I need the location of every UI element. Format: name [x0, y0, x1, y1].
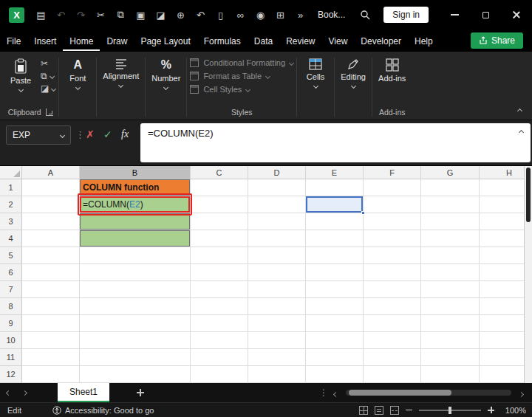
cell-E6[interactable] — [306, 264, 364, 281]
cut-icon[interactable]: ✂ — [91, 10, 111, 21]
cell-styles-button[interactable]: Cell Styles — [190, 85, 293, 94]
cell-G12[interactable] — [421, 366, 480, 383]
copy-icon[interactable]: ⧉ — [111, 9, 131, 21]
cell-C1[interactable] — [191, 179, 248, 196]
add-sheet-button[interactable] — [133, 385, 148, 400]
column-header-G[interactable]: G — [421, 166, 480, 179]
cell-F3[interactable] — [364, 213, 421, 230]
document-icon[interactable]: ▯ — [211, 10, 231, 21]
cell-F2[interactable] — [364, 196, 421, 213]
redo-icon[interactable]: ↷ — [71, 10, 91, 21]
accessibility-checker[interactable]: Accessibility: Good to go — [52, 406, 154, 415]
cell-D3[interactable] — [248, 213, 306, 230]
cell-F1[interactable] — [364, 179, 421, 196]
row-header-9[interactable]: 9 — [0, 315, 22, 332]
cell-B7[interactable] — [80, 281, 191, 298]
cell-B8[interactable] — [80, 298, 191, 315]
search-button[interactable] — [354, 10, 376, 20]
sign-in-button[interactable]: Sign in — [383, 7, 429, 23]
cell-C6[interactable] — [191, 264, 248, 281]
cell-C9[interactable] — [191, 315, 248, 332]
cell-C5[interactable] — [191, 247, 248, 264]
number-button[interactable]: % Number — [149, 55, 183, 91]
cell-F8[interactable] — [364, 298, 421, 315]
cell-A10[interactable] — [22, 332, 80, 349]
undo-icon[interactable]: ↶ — [51, 10, 71, 21]
cell-B4[interactable] — [80, 230, 191, 247]
cell-A8[interactable] — [22, 298, 80, 315]
cells-button[interactable]: Cells — [300, 55, 331, 89]
cell-G1[interactable] — [421, 179, 480, 196]
conditional-formatting-button[interactable]: Conditional Formatting — [190, 58, 293, 67]
cell-G8[interactable] — [421, 298, 480, 315]
cell-G11[interactable] — [421, 349, 480, 366]
undo-history-icon[interactable]: ↶ — [191, 10, 211, 21]
cell-A11[interactable] — [22, 349, 80, 366]
cell-G6[interactable] — [421, 264, 480, 281]
fill-handle[interactable] — [361, 211, 365, 215]
menu-page-layout[interactable]: Page Layout — [134, 31, 197, 51]
sheet-tab-sheet1[interactable]: Sheet1 — [58, 383, 109, 402]
more-commands-icon[interactable]: » — [290, 10, 310, 21]
dialog-launcher-icon[interactable] — [46, 108, 53, 116]
previous-sheet-icon[interactable] — [0, 391, 16, 395]
cell-D8[interactable] — [248, 298, 306, 315]
menu-view[interactable]: View — [322, 31, 355, 51]
cell-C3[interactable] — [191, 213, 248, 230]
menu-data[interactable]: Data — [248, 31, 279, 51]
collapse-formula-bar-icon[interactable] — [519, 130, 524, 135]
cell-A5[interactable] — [22, 247, 80, 264]
row-header-2[interactable]: 2 — [0, 196, 22, 213]
row-header-5[interactable]: 5 — [0, 247, 22, 264]
cell-B3[interactable] — [80, 213, 191, 230]
cell-G10[interactable] — [421, 332, 480, 349]
cell-F12[interactable] — [364, 366, 421, 383]
cell-D7[interactable] — [248, 281, 306, 298]
select-all-corner[interactable] — [0, 166, 22, 179]
cell-F7[interactable] — [364, 281, 421, 298]
spelling-icon[interactable]: ⊕ — [171, 10, 191, 21]
row-header-1[interactable]: 1 — [0, 179, 22, 196]
cell-A6[interactable] — [22, 264, 80, 281]
cell-E7[interactable] — [306, 281, 364, 298]
insert-function-icon[interactable]: fx — [121, 128, 129, 140]
enter-icon[interactable]: ✓ — [103, 128, 112, 140]
copy-button[interactable]: ⧉ — [41, 72, 55, 80]
row-header-3[interactable]: 3 — [0, 213, 22, 230]
scroll-right-icon[interactable] — [519, 386, 523, 399]
cell-G5[interactable] — [421, 247, 480, 264]
cell-F9[interactable] — [364, 315, 421, 332]
menu-insert[interactable]: Insert — [27, 31, 63, 51]
formula-bar-drag-handle[interactable]: ⋮ — [75, 129, 85, 140]
cell-A4[interactable] — [22, 230, 80, 247]
cell-A7[interactable] — [22, 281, 80, 298]
cell-D1[interactable] — [248, 179, 306, 196]
next-sheet-icon[interactable] — [16, 391, 33, 395]
cell-D5[interactable] — [248, 247, 306, 264]
format-painter-icon[interactable]: ◪ — [151, 10, 171, 21]
row-header-4[interactable]: 4 — [0, 230, 22, 247]
cell-B6[interactable] — [80, 264, 191, 281]
menu-draw[interactable]: Draw — [100, 31, 134, 51]
normal-view-icon[interactable] — [359, 406, 368, 415]
column-header-B[interactable]: B — [80, 166, 191, 179]
menu-help[interactable]: Help — [408, 31, 440, 51]
cell-D9[interactable] — [248, 315, 306, 332]
cell-C7[interactable] — [191, 281, 248, 298]
row-header-10[interactable]: 10 — [0, 332, 22, 349]
cell-B11[interactable] — [80, 349, 191, 366]
cell-C8[interactable] — [191, 298, 248, 315]
cell-D6[interactable] — [248, 264, 306, 281]
menu-developer[interactable]: Developer — [354, 31, 408, 51]
cell-F4[interactable] — [364, 230, 421, 247]
row-header-7[interactable]: 7 — [0, 281, 22, 298]
paste-button[interactable]: Paste — [5, 55, 36, 93]
cell-G2[interactable] — [421, 196, 480, 213]
cell-F6[interactable] — [364, 264, 421, 281]
row-header-6[interactable]: 6 — [0, 264, 22, 281]
row-header-12[interactable]: 12 — [0, 366, 22, 383]
cell-C10[interactable] — [191, 332, 248, 349]
zoom-slider[interactable] — [419, 410, 481, 411]
cell-E4[interactable] — [306, 230, 364, 247]
cell-B12[interactable] — [80, 366, 191, 383]
